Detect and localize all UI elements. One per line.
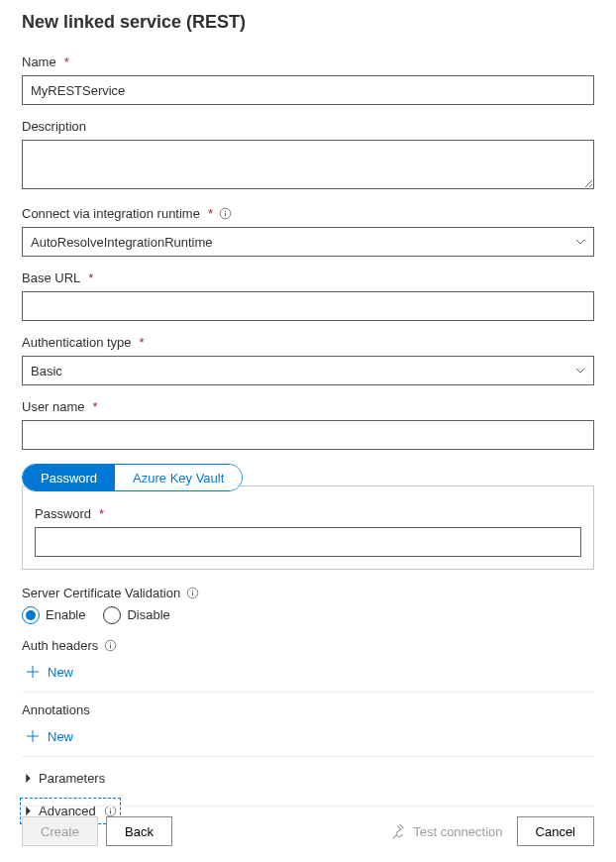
tab-password[interactable]: Password xyxy=(23,465,115,490)
required-asterisk: * xyxy=(64,54,69,69)
svg-point-7 xyxy=(110,642,111,643)
info-icon[interactable] xyxy=(104,639,117,652)
authtype-label: Authentication type* xyxy=(22,335,594,350)
required-asterisk: * xyxy=(99,506,104,521)
panel-title: New linked service (REST) xyxy=(22,12,594,33)
svg-rect-5 xyxy=(192,592,193,595)
password-input[interactable] xyxy=(35,527,581,557)
radio-enable[interactable]: Enable xyxy=(22,606,85,624)
authtype-select[interactable] xyxy=(22,356,594,385)
password-label: Password* xyxy=(35,506,581,521)
test-connection-button: Test connection xyxy=(392,824,502,839)
add-annotation-button[interactable]: New xyxy=(22,723,77,750)
name-input[interactable] xyxy=(22,75,594,105)
radio-icon xyxy=(22,606,40,624)
plus-icon xyxy=(26,729,40,743)
name-label: Name* xyxy=(22,54,594,69)
back-button[interactable]: Back xyxy=(106,816,172,846)
radio-disable[interactable]: Disable xyxy=(103,606,169,624)
info-icon[interactable] xyxy=(219,207,232,220)
add-auth-header-button[interactable]: New xyxy=(22,659,77,686)
required-asterisk: * xyxy=(93,399,98,414)
required-asterisk: * xyxy=(208,206,213,221)
runtime-label: Connect via integration runtime* xyxy=(22,206,594,221)
username-input[interactable] xyxy=(22,420,594,450)
description-label: Description xyxy=(22,119,594,134)
description-input[interactable] xyxy=(22,140,594,189)
svg-rect-2 xyxy=(225,213,226,217)
runtime-select[interactable] xyxy=(22,227,594,257)
radio-icon xyxy=(103,606,121,624)
required-asterisk: * xyxy=(88,270,93,285)
password-source-tabs: Password Azure Key Vault xyxy=(22,464,243,491)
chevron-right-icon xyxy=(24,774,33,783)
cancel-button[interactable]: Cancel xyxy=(517,816,594,846)
svg-point-1 xyxy=(225,210,226,211)
annotations-label: Annotations xyxy=(22,702,594,717)
baseurl-input[interactable] xyxy=(22,291,594,321)
plus-icon xyxy=(26,665,40,679)
tab-azure-key-vault[interactable]: Azure Key Vault xyxy=(115,465,242,490)
plug-icon xyxy=(392,824,407,839)
divider xyxy=(22,692,594,693)
create-button: Create xyxy=(22,816,98,846)
authheaders-label: Auth headers xyxy=(22,638,594,653)
parameters-expander[interactable]: Parameters xyxy=(22,767,107,790)
svg-rect-8 xyxy=(110,644,111,648)
info-icon[interactable] xyxy=(186,587,199,599)
servercert-label: Server Certificate Validation xyxy=(22,586,594,600)
username-label: User name* xyxy=(22,399,594,414)
required-asterisk: * xyxy=(140,335,145,350)
divider xyxy=(22,756,594,757)
svg-point-4 xyxy=(192,590,193,591)
baseurl-label: Base URL* xyxy=(22,270,594,285)
